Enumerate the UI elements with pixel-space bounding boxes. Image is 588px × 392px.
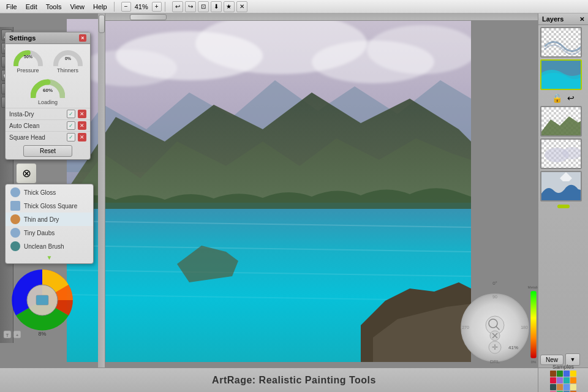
sample-color-cell[interactable]: [564, 377, 570, 383]
svg-text:+: +: [16, 333, 19, 338]
option-auto-clean-label: Auto Clean: [9, 123, 64, 129]
samples-grid[interactable]: [550, 371, 576, 393]
option-square-head: Square Head ✓ ✕: [6, 131, 90, 143]
menu-help[interactable]: Help: [89, 2, 111, 12]
option-auto-clean-x[interactable]: ✕: [78, 121, 86, 130]
brush-icon-thin-dry: [10, 214, 20, 224]
x-icon[interactable]: ✕: [236, 1, 247, 12]
option-square-head-label: Square Head: [9, 134, 64, 141]
option-square-head-check[interactable]: ✓: [67, 133, 75, 141]
brush-name-thick-gloss: Thick Gloss: [24, 189, 56, 196]
svg-text:0°: 0°: [492, 281, 497, 286]
zoom-out-button[interactable]: −: [121, 2, 131, 12]
landscape-svg: [67, 19, 471, 362]
crop-icon[interactable]: ⊡: [198, 1, 209, 12]
star-icon[interactable]: ★: [224, 1, 235, 12]
svg-point-4: [79, 50, 177, 86]
gauges-row: 50% Pressure 0% Thinners: [6, 44, 90, 76]
sample-color-cell[interactable]: [570, 384, 576, 390]
svg-text:✛: ✛: [492, 343, 498, 352]
menu-tools[interactable]: Tools: [42, 2, 66, 12]
sample-color-cell[interactable]: [550, 377, 556, 383]
menu-file[interactable]: File: [2, 2, 21, 12]
scroll-thumb-h[interactable]: [130, 14, 167, 20]
sample-color-cell[interactable]: [550, 384, 556, 390]
scroll-thumb-v[interactable]: [99, 15, 105, 33]
zoom-controls: − 41% +: [121, 2, 162, 12]
zoom-in-button[interactable]: +: [152, 2, 162, 12]
brush-item-unclean-brush[interactable]: Unclean Brush: [6, 239, 93, 253]
sample-color-cell[interactable]: [557, 377, 563, 383]
brush-name-thick-gloss-square: Thick Gloss Square: [24, 203, 77, 209]
menu-edit[interactable]: Edit: [22, 2, 41, 12]
layer-indicator: [540, 203, 586, 209]
layer-active-indicator: [557, 205, 570, 208]
brush-list-scroll-down[interactable]: ▼: [6, 253, 93, 262]
sample-color-cell[interactable]: [570, 377, 576, 383]
redo-icon[interactable]: ↪: [185, 1, 196, 12]
nav-circle-svg: 0° 90 180 270 ✛ 41% DRL Metalic 0%: [452, 279, 538, 368]
sample-color-cell[interactable]: [557, 384, 563, 390]
sample-color-cell[interactable]: [564, 371, 570, 377]
settings-close-button[interactable]: ×: [79, 34, 86, 42]
nav-controls-area: 0° 90 180 270 ✛ 41% DRL Metalic 0%: [452, 279, 538, 368]
svg-text:180: 180: [521, 325, 528, 330]
thinners-gauge[interactable]: 0%: [53, 49, 83, 66]
settings-panel: Settings ×: [5, 32, 91, 160]
layer-thumb-3[interactable]: [540, 106, 582, 137]
layer-thumb-2[interactable]: [540, 59, 582, 90]
sample-color-cell[interactable]: [570, 371, 576, 377]
layer-lock-icon[interactable]: 🔒: [552, 93, 562, 103]
settings-title-bar: Settings ×: [6, 32, 90, 44]
menu-view[interactable]: View: [66, 2, 88, 12]
svg-text:0%: 0%: [64, 56, 71, 61]
loading-gauge[interactable]: 60%: [31, 78, 65, 98]
brush-item-thick-gloss[interactable]: Thick Gloss: [6, 186, 93, 199]
menu-separator-1: [114, 2, 115, 12]
brush-icon-thick-gloss-square: [10, 201, 20, 211]
toolbar-icons: ↩ ↪ ⊡ ⬇ ★ ✕: [172, 1, 247, 12]
option-insta-dry-check[interactable]: ✓: [67, 110, 75, 118]
undo-icon[interactable]: ↩: [172, 1, 183, 12]
svg-text:DRL: DRL: [490, 359, 500, 364]
brush-name-tiny-daubs: Tiny Daubs: [24, 230, 55, 236]
svg-text:T: T: [6, 333, 9, 338]
scroll-bar-left: [98, 13, 105, 368]
layers-title-bar: Layers ✕: [538, 13, 588, 25]
sample-color-cell[interactable]: [564, 384, 570, 390]
layer-thumb-5[interactable]: [540, 171, 582, 202]
svg-text:50%: 50%: [23, 55, 32, 59]
layers-title-text: Layers: [542, 15, 564, 23]
option-insta-dry-x[interactable]: ✕: [78, 110, 86, 118]
loading-gauge-wrap: 60% Loading: [6, 76, 90, 108]
samples-label: Samples: [552, 364, 574, 370]
svg-text:Metalic: Metalic: [527, 285, 538, 289]
pressure-label: Pressure: [17, 67, 39, 74]
layer-link-icon[interactable]: ↩: [567, 93, 575, 103]
layers-scroll[interactable]: 🔒 ↩: [538, 25, 588, 352]
brush-icon-tiny-daubs: [10, 228, 20, 238]
layer-thumb-1[interactable]: [540, 27, 582, 58]
layer-thumb-4[interactable]: [540, 138, 582, 169]
sample-color-cell[interactable]: [550, 371, 556, 377]
brush-item-thick-gloss-square[interactable]: Thick Gloss Square: [6, 199, 93, 213]
option-auto-clean: Auto Clean ✓ ✕: [6, 119, 90, 131]
reset-button[interactable]: Reset: [23, 145, 72, 157]
sample-color-cell[interactable]: [557, 371, 563, 377]
layers-close-button[interactable]: ✕: [579, 16, 584, 23]
brush-item-thin-dry[interactable]: Thin and Dry: [6, 213, 93, 226]
bottom-right-samples: Samples: [538, 368, 588, 392]
svg-rect-43: [530, 291, 537, 358]
brush-item-tiny-daubs[interactable]: Tiny Daubs: [6, 226, 93, 239]
option-square-head-x[interactable]: ✕: [78, 133, 86, 141]
pressure-gauge[interactable]: 50%: [13, 49, 43, 66]
right-panel: Layers ✕ 🔒 ↩: [538, 13, 588, 368]
down-icon[interactable]: ⬇: [211, 1, 222, 12]
brush-list: Thick Gloss Thick Gloss Square Thin and …: [5, 184, 94, 264]
loading-label: Loading: [38, 99, 58, 105]
color-wheel-svg[interactable]: 8% T +: [1, 257, 84, 343]
option-auto-clean-check[interactable]: ✓: [67, 121, 75, 130]
svg-text:41%: 41%: [508, 345, 518, 350]
brush-name-thin-dry: Thin and Dry: [24, 216, 59, 223]
settings-title: Settings: [9, 34, 36, 42]
